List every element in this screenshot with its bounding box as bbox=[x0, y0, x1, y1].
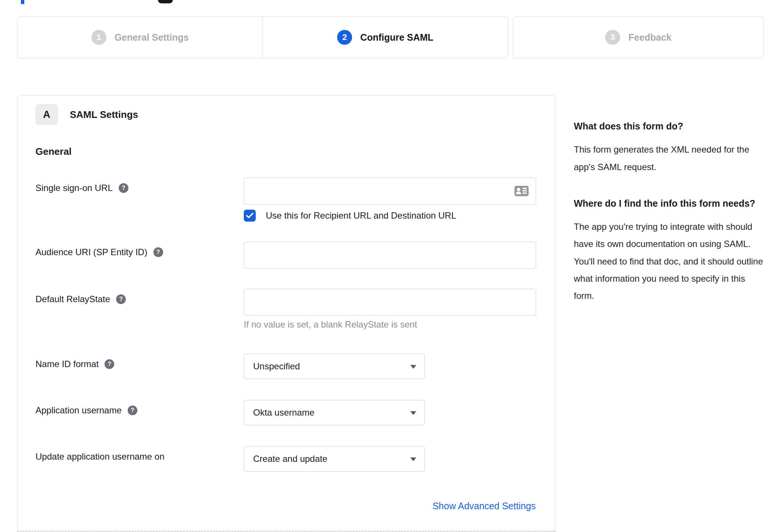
field-row-audience-uri: Audience URI (SP Entity ID)? bbox=[35, 242, 537, 269]
help-icon[interactable]: ? bbox=[128, 406, 137, 415]
panel-title: SAML Settings bbox=[70, 109, 138, 121]
recipient-url-checkbox-row: Use this for Recipient URL and Destinati… bbox=[244, 210, 537, 222]
update-application-username-label: Update application username on bbox=[35, 446, 244, 472]
application-username-select[interactable]: Okta username bbox=[244, 400, 425, 425]
caret-down-icon bbox=[410, 457, 416, 461]
contact-card-icon bbox=[514, 185, 529, 197]
step-1-number-badge: 1 bbox=[91, 30, 106, 45]
help-icon[interactable]: ? bbox=[116, 294, 126, 304]
application-username-label: Application username? bbox=[35, 400, 244, 425]
panel-header: A SAML Settings bbox=[35, 104, 537, 125]
step-general-settings[interactable]: 1 General Settings bbox=[18, 17, 262, 58]
default-relaystate-label: Default RelayState? bbox=[35, 289, 244, 330]
checkmark-icon bbox=[246, 213, 253, 219]
header-remnant-blue bbox=[21, 0, 24, 4]
audience-uri-input[interactable] bbox=[244, 242, 536, 269]
audience-uri-control bbox=[244, 242, 537, 269]
step-configure-saml[interactable]: 2 Configure SAML bbox=[262, 17, 508, 58]
update-application-username-selected-value: Create and update bbox=[253, 454, 327, 464]
step-3-label: Feedback bbox=[628, 32, 671, 43]
application-username-label-text: Application username bbox=[35, 405, 122, 415]
default-relaystate-label-text: Default RelayState bbox=[35, 294, 110, 304]
audience-uri-label: Audience URI (SP Entity ID)? bbox=[35, 242, 244, 269]
caret-down-icon bbox=[410, 411, 416, 415]
use-for-recipient-url-checkbox-label: Use this for Recipient URL and Destinati… bbox=[266, 210, 456, 221]
step-3-number-badge: 3 bbox=[605, 30, 620, 45]
step-feedback[interactable]: 3 Feedback bbox=[513, 17, 763, 58]
general-section-heading: General bbox=[35, 146, 537, 157]
header-remnant-logo bbox=[158, 0, 173, 3]
show-advanced-settings-link[interactable]: Show Advanced Settings bbox=[432, 501, 536, 511]
audience-uri-label-text: Audience URI (SP Entity ID) bbox=[35, 247, 147, 257]
update-application-username-label-text: Update application username on bbox=[35, 451, 165, 461]
update-application-username-select[interactable]: Create and update bbox=[244, 446, 425, 472]
field-row-update-application-username: Update application username on Create an… bbox=[35, 446, 537, 472]
field-row-default-relaystate: Default RelayState? If no value is set, … bbox=[35, 289, 537, 330]
field-row-name-id-format: Name ID format? Unspecified bbox=[35, 354, 537, 379]
help-icon[interactable]: ? bbox=[105, 359, 114, 369]
single-sign-on-url-control: Use this for Recipient URL and Destinati… bbox=[244, 178, 537, 222]
field-row-application-username: Application username? Okta username bbox=[35, 400, 537, 425]
name-id-format-label: Name ID format? bbox=[35, 354, 244, 379]
help-sidebar: What does this form do? This form genera… bbox=[574, 119, 763, 326]
name-id-format-selected-value: Unspecified bbox=[253, 361, 300, 372]
stepper-card-feedback: 3 Feedback bbox=[513, 16, 764, 58]
help-icon[interactable]: ? bbox=[119, 183, 128, 193]
field-row-single-sign-on-url: Single sign-on URL? bbox=[35, 178, 537, 222]
name-id-format-select[interactable]: Unspecified bbox=[244, 354, 425, 379]
default-relaystate-input[interactable] bbox=[244, 289, 536, 316]
step-2-number-badge: 2 bbox=[337, 30, 352, 45]
saml-settings-panel: A SAML Settings General Single sign-on U… bbox=[17, 95, 556, 532]
single-sign-on-url-label-text: Single sign-on URL bbox=[35, 183, 113, 193]
name-id-format-control: Unspecified bbox=[244, 354, 537, 379]
help-section-2-body: The app you're trying to integrate with … bbox=[574, 218, 763, 305]
step-1-label: General Settings bbox=[115, 32, 189, 43]
single-sign-on-url-label: Single sign-on URL? bbox=[35, 178, 244, 222]
advanced-settings-row: Show Advanced Settings bbox=[35, 501, 537, 511]
single-sign-on-url-input[interactable] bbox=[244, 178, 536, 204]
use-for-recipient-url-checkbox[interactable] bbox=[244, 210, 256, 222]
name-id-format-label-text: Name ID format bbox=[35, 359, 99, 369]
help-icon[interactable]: ? bbox=[153, 247, 163, 257]
section-a-badge: A bbox=[35, 104, 58, 125]
application-username-control: Okta username bbox=[244, 400, 537, 425]
application-username-selected-value: Okta username bbox=[253, 407, 314, 418]
section-dotted-divider bbox=[18, 531, 555, 532]
stepper-card-main: 1 General Settings 2 Configure SAML bbox=[17, 16, 508, 58]
step-2-label: Configure SAML bbox=[360, 32, 433, 43]
caret-down-icon bbox=[410, 365, 416, 369]
update-application-username-control: Create and update bbox=[244, 446, 537, 472]
help-section-1-heading: What does this form do? bbox=[574, 119, 763, 133]
default-relaystate-helper-text: If no value is set, a blank RelayState i… bbox=[244, 319, 537, 330]
wizard-stepper: 1 General Settings 2 Configure SAML 3 Fe… bbox=[17, 16, 764, 58]
default-relaystate-control: If no value is set, a blank RelayState i… bbox=[244, 289, 537, 330]
help-section-2-heading: Where do I find the info this form needs… bbox=[574, 197, 763, 210]
help-section-1-body: This form generates the XML needed for t… bbox=[574, 141, 763, 176]
